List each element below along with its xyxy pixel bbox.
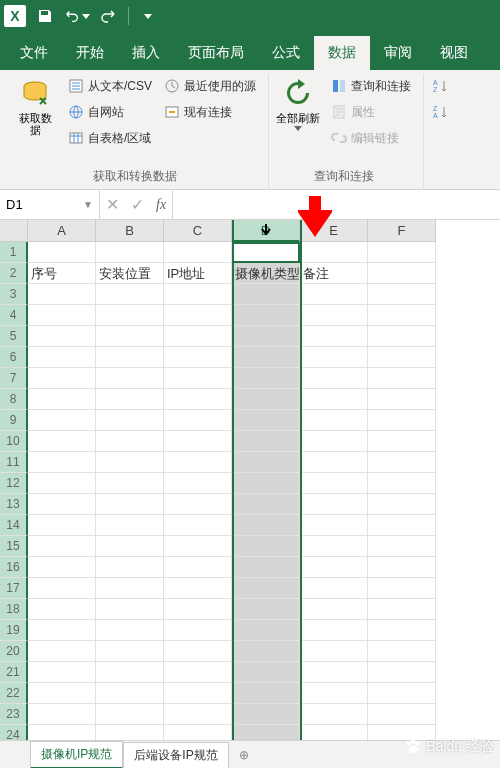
- tab-formulas[interactable]: 公式: [258, 36, 314, 70]
- row-header[interactable]: 1: [0, 242, 28, 263]
- row-header[interactable]: 4: [0, 305, 28, 326]
- cell[interactable]: [300, 599, 368, 620]
- cell[interactable]: [96, 389, 164, 410]
- cell[interactable]: [232, 284, 300, 305]
- cell[interactable]: [164, 410, 232, 431]
- row-header[interactable]: 14: [0, 515, 28, 536]
- cell[interactable]: [232, 452, 300, 473]
- cell[interactable]: [164, 620, 232, 641]
- cell[interactable]: [164, 473, 232, 494]
- cell[interactable]: [96, 725, 164, 740]
- cell[interactable]: [28, 599, 96, 620]
- cell[interactable]: [96, 683, 164, 704]
- sheet-tab[interactable]: 摄像机IP规范: [30, 741, 123, 769]
- row-header[interactable]: 5: [0, 326, 28, 347]
- name-box[interactable]: D1 ▼: [0, 190, 100, 219]
- row-header[interactable]: 23: [0, 704, 28, 725]
- cell[interactable]: [300, 725, 368, 740]
- cell[interactable]: [96, 368, 164, 389]
- row-header[interactable]: 22: [0, 683, 28, 704]
- tab-file[interactable]: 文件: [6, 36, 62, 70]
- cell[interactable]: [368, 704, 436, 725]
- cell[interactable]: [232, 410, 300, 431]
- cell[interactable]: [232, 368, 300, 389]
- row-header[interactable]: 8: [0, 389, 28, 410]
- cell[interactable]: [232, 704, 300, 725]
- cell[interactable]: [300, 452, 368, 473]
- cell[interactable]: [28, 662, 96, 683]
- confirm-icon[interactable]: ✓: [131, 195, 144, 214]
- cell[interactable]: [300, 662, 368, 683]
- cell[interactable]: [368, 326, 436, 347]
- row-header[interactable]: 16: [0, 557, 28, 578]
- cell[interactable]: [232, 557, 300, 578]
- cell[interactable]: [368, 662, 436, 683]
- cell[interactable]: [300, 704, 368, 725]
- cell[interactable]: [164, 662, 232, 683]
- cell[interactable]: [164, 557, 232, 578]
- cell[interactable]: [232, 683, 300, 704]
- undo-button[interactable]: [64, 3, 90, 29]
- cell[interactable]: [96, 305, 164, 326]
- cell[interactable]: 安装位置: [96, 263, 164, 284]
- column-header[interactable]: B: [96, 220, 164, 242]
- cell[interactable]: [28, 410, 96, 431]
- cell[interactable]: [28, 326, 96, 347]
- cell[interactable]: [164, 326, 232, 347]
- column-header[interactable]: A: [28, 220, 96, 242]
- cell[interactable]: [96, 620, 164, 641]
- properties-button[interactable]: 属性: [327, 100, 415, 124]
- cell[interactable]: [232, 347, 300, 368]
- cell[interactable]: [368, 347, 436, 368]
- tab-data[interactable]: 数据: [314, 36, 370, 70]
- row-header[interactable]: 19: [0, 620, 28, 641]
- cell[interactable]: [368, 494, 436, 515]
- row-header[interactable]: 7: [0, 368, 28, 389]
- cell[interactable]: 序号: [28, 263, 96, 284]
- cell[interactable]: [300, 473, 368, 494]
- cell[interactable]: [232, 578, 300, 599]
- cell[interactable]: [300, 242, 368, 263]
- save-button[interactable]: [32, 3, 58, 29]
- cell[interactable]: [368, 536, 436, 557]
- redo-button[interactable]: [96, 3, 122, 29]
- cell[interactable]: [300, 284, 368, 305]
- cell[interactable]: [28, 452, 96, 473]
- cell[interactable]: [28, 347, 96, 368]
- cell[interactable]: [368, 578, 436, 599]
- cell[interactable]: [28, 578, 96, 599]
- cell[interactable]: [96, 284, 164, 305]
- row-header[interactable]: 13: [0, 494, 28, 515]
- cell[interactable]: [300, 347, 368, 368]
- tab-insert[interactable]: 插入: [118, 36, 174, 70]
- from-table-button[interactable]: 自表格/区域: [64, 126, 156, 150]
- cell[interactable]: [232, 389, 300, 410]
- cell[interactable]: [28, 494, 96, 515]
- cell[interactable]: [96, 326, 164, 347]
- queries-connections-button[interactable]: 查询和连接: [327, 74, 415, 98]
- cell[interactable]: [28, 284, 96, 305]
- cell[interactable]: [96, 578, 164, 599]
- row-header[interactable]: 17: [0, 578, 28, 599]
- cell[interactable]: [28, 389, 96, 410]
- tab-pagelayout[interactable]: 页面布局: [174, 36, 258, 70]
- cell[interactable]: [300, 389, 368, 410]
- cell[interactable]: [300, 620, 368, 641]
- cell[interactable]: [368, 641, 436, 662]
- get-data-button[interactable]: 获取数 据: [10, 74, 60, 166]
- row-header[interactable]: 24: [0, 725, 28, 740]
- cell[interactable]: [300, 410, 368, 431]
- row-header[interactable]: 11: [0, 452, 28, 473]
- cell[interactable]: [368, 284, 436, 305]
- cell[interactable]: [164, 704, 232, 725]
- cell[interactable]: [96, 641, 164, 662]
- cell[interactable]: [96, 515, 164, 536]
- cell[interactable]: [164, 578, 232, 599]
- cell[interactable]: [164, 389, 232, 410]
- cell[interactable]: [96, 704, 164, 725]
- formula-input[interactable]: [173, 190, 500, 219]
- from-csv-button[interactable]: 从文本/CSV: [64, 74, 156, 98]
- cell[interactable]: [368, 389, 436, 410]
- row-header[interactable]: 10: [0, 431, 28, 452]
- cell[interactable]: [28, 557, 96, 578]
